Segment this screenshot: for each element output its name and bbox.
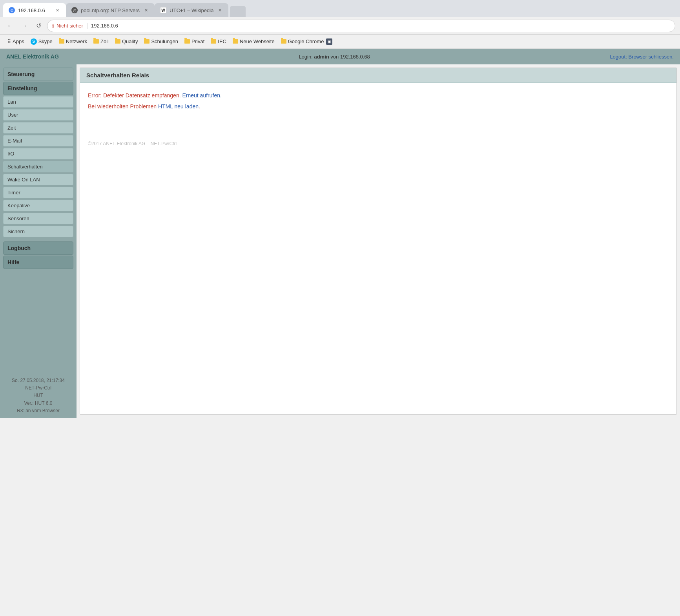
folder-icon-google-chrome	[281, 39, 286, 44]
hilfe-button[interactable]: Hilfe	[3, 256, 73, 269]
tab-favicon-2: ◷	[71, 7, 78, 13]
html-reload-link[interactable]: HTML neu laden	[158, 103, 199, 110]
footer-datetime: So. 27.05.2018, 21:17:34	[3, 377, 73, 384]
error-line: Error: Defekter Datensatz empfangen. Ern…	[88, 92, 669, 99]
bookmark-zoll-label: Zoll	[100, 38, 109, 44]
folder-icon-schulungen	[144, 39, 149, 44]
sidebar-item-sichern[interactable]: Sichern	[3, 226, 73, 237]
info-suffix: .	[199, 103, 200, 110]
footer-version-value: HUT 6.0	[35, 400, 52, 406]
browser-frame: ⊙ 192.168.0.6 ✕ ◷ pool.ntp.org: NTP Serv…	[0, 0, 680, 418]
bookmark-privat[interactable]: Privat	[182, 38, 207, 45]
sidebar-item-user[interactable]: User	[3, 109, 73, 121]
info-text: Bei wiederholten Problemen	[88, 103, 157, 110]
sidebar-item-schaltverhalten[interactable]: Schaltverhalten	[3, 161, 73, 172]
bookmark-neue-webseite-label: Neue Webseite	[240, 38, 275, 44]
tab-stub	[230, 6, 246, 17]
nav-bar: ← → ↺ ℹ Nicht sicher | 192.168.0.6	[0, 17, 680, 35]
footer-version: Ver.: HUT 6.0	[3, 400, 73, 407]
bookmark-google-chrome-label: Google Chrome	[288, 38, 324, 44]
content-body: Error: Defekter Datensatz empfangen. Ern…	[80, 83, 676, 156]
security-text: Nicht sicher	[57, 23, 83, 29]
tab-2[interactable]: ◷ pool.ntp.org: NTP Servers ✕	[66, 3, 155, 17]
back-button[interactable]: ←	[5, 20, 16, 31]
app-login-info: Login: admin von 192.168.0.68	[299, 54, 370, 60]
security-icon: ℹ	[52, 23, 54, 29]
bookmark-iec[interactable]: IEC	[208, 38, 229, 45]
folder-icon-neue-webseite	[233, 39, 238, 44]
address-divider: |	[86, 22, 88, 29]
tab-close-1[interactable]: ✕	[54, 7, 60, 13]
tab-close-3[interactable]: ✕	[217, 7, 223, 13]
bookmark-netzwerk[interactable]: Netzwerk	[57, 38, 89, 45]
tab-favicon-3: W	[160, 7, 166, 13]
main-layout: Steuerung Einstellung Lan User Zeit E-Ma…	[0, 64, 680, 418]
folder-icon-quality	[115, 39, 120, 44]
sidebar-item-sensoren[interactable]: Sensoren	[3, 213, 73, 224]
sidebar-footer: So. 27.05.2018, 21:17:34 NET-PwrCtrl HUT…	[3, 372, 73, 415]
folder-icon-zoll	[93, 39, 99, 44]
sidebar-item-timer[interactable]: Timer	[3, 187, 73, 198]
footer-device-name: NET-PwrCtrl	[3, 384, 73, 392]
folder-icon-netzwerk	[59, 39, 64, 44]
tab-title-3: UTC+1 – Wikipedia	[170, 7, 213, 13]
footer-version-label: Ver.:	[24, 400, 34, 406]
tab-3[interactable]: W UTC+1 – Wikipedia ✕	[155, 3, 228, 17]
bookmark-zoll[interactable]: Zoll	[91, 38, 111, 45]
chrome-ext-icon: ▣	[326, 38, 332, 45]
login-from: von 192.168.0.68	[330, 54, 370, 60]
info-line: Bei wiederholten Problemen HTML neu lade…	[88, 103, 669, 110]
login-label: Login:	[299, 54, 312, 60]
web-content: ANEL Elektronik AG Login: admin von 192.…	[0, 49, 680, 418]
bookmark-neue-webseite[interactable]: Neue Webseite	[230, 38, 277, 45]
bookmark-netzwerk-label: Netzwerk	[66, 38, 87, 44]
app-header: ANEL Elektronik AG Login: admin von 192.…	[0, 49, 680, 64]
steuerung-button[interactable]: Steuerung	[3, 68, 73, 81]
tab-bar: ⊙ 192.168.0.6 ✕ ◷ pool.ntp.org: NTP Serv…	[0, 0, 680, 17]
sidebar-item-wakeonlan[interactable]: Wake On LAN	[3, 174, 73, 185]
sidebar-item-zeit[interactable]: Zeit	[3, 122, 73, 133]
tab-1[interactable]: ⊙ 192.168.0.6 ✕	[3, 3, 66, 17]
footer-status: R3: an vom Browser	[3, 407, 73, 415]
sidebar-item-lan[interactable]: Lan	[3, 96, 73, 108]
bookmark-quality-label: Quality	[122, 38, 138, 44]
address-url[interactable]: 192.168.0.6	[91, 23, 670, 29]
footer-device-sub: HUT	[3, 392, 73, 399]
retry-link[interactable]: Erneut aufrufen.	[182, 92, 221, 99]
reload-button[interactable]: ↺	[33, 20, 44, 31]
app-brand: ANEL Elektronik AG	[6, 53, 59, 60]
bookmark-privat-label: Privat	[191, 38, 204, 44]
address-bar[interactable]: ℹ Nicht sicher | 192.168.0.6	[47, 20, 675, 32]
folder-icon-privat	[184, 39, 190, 44]
forward-button[interactable]: →	[19, 20, 30, 31]
folder-icon-iec	[211, 39, 216, 44]
bookmark-skype-label: Skype	[38, 38, 53, 44]
bookmark-google-chrome[interactable]: Google Chrome ▣	[279, 38, 335, 46]
login-user: admin	[314, 54, 329, 60]
tab-favicon-1: ⊙	[9, 7, 15, 13]
logbuch-button[interactable]: Logbuch	[3, 241, 73, 255]
sidebar-item-keepalive[interactable]: Keepalive	[3, 200, 73, 211]
bookmark-schulungen[interactable]: Schulungen	[142, 38, 180, 45]
content-header: Schaltverhalten Relais	[80, 68, 676, 83]
sidebar-item-io[interactable]: I/O	[3, 148, 73, 159]
skype-icon: S	[31, 38, 37, 45]
bookmark-quality[interactable]: Quality	[113, 38, 140, 45]
bookmarks-bar: ⠿ Apps S Skype Netzwerk Zoll Quality Sch…	[0, 35, 680, 49]
error-text: Error: Defekter Datensatz empfangen.	[88, 92, 181, 99]
apps-grid-icon: ⠿	[7, 38, 11, 45]
tab-close-2[interactable]: ✕	[143, 7, 149, 13]
bookmark-schulungen-label: Schulungen	[151, 38, 178, 44]
tab-title-1: 192.168.0.6	[18, 7, 51, 13]
bookmark-iec-label: IEC	[218, 38, 226, 44]
tab-title-2: pool.ntp.org: NTP Servers	[81, 7, 140, 13]
copyright-text: ©2017 ANEL-Elektronik AG – NET-PwrCtrl –	[88, 141, 669, 146]
einstellung-button[interactable]: Einstellung	[3, 82, 73, 95]
content-area: Schaltverhalten Relais Error: Defekter D…	[80, 68, 677, 415]
bookmark-skype[interactable]: S Skype	[28, 38, 55, 46]
sidebar-item-email[interactable]: E-Mail	[3, 135, 73, 146]
bookmark-apps-label: Apps	[13, 38, 24, 44]
logout-link[interactable]: Logout: Browser schliessen.	[610, 54, 674, 60]
bookmark-apps[interactable]: ⠿ Apps	[5, 38, 27, 46]
sidebar: Steuerung Einstellung Lan User Zeit E-Ma…	[0, 64, 77, 418]
